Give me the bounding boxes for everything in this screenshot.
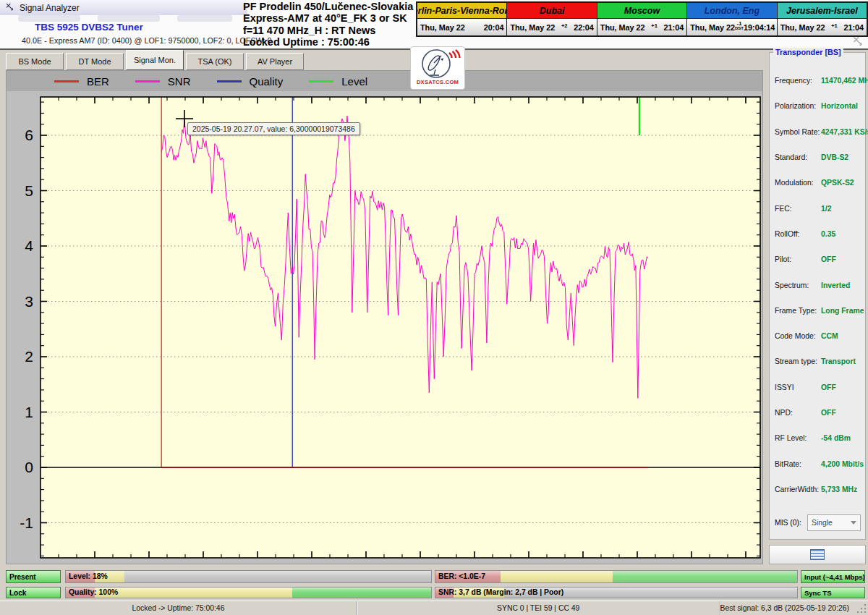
row-value: OFF	[821, 255, 836, 263]
signal-analyzer-window: Signal Analyzer TBS 5925 DVBS2 Tuner 40.…	[0, 0, 868, 615]
legend-snr-swatch	[135, 80, 160, 82]
row-value: 4,200 Mbit/s	[821, 460, 864, 468]
clock-date: Thu, May 22	[780, 23, 825, 32]
bar-label: Quality: 100%	[66, 588, 431, 598]
transponder-row-npd: NPD:OFF	[775, 400, 864, 425]
transponder-sidebar: Transponder [BS] Frequency:11470,462 MHz…	[769, 52, 866, 540]
save-button[interactable]	[769, 545, 866, 564]
clock-city-label: Berlin-Paris-Vienna-Roma	[417, 3, 506, 19]
status-badge-input-4-41-mbps: Input (~4,41 Mbps)	[801, 570, 865, 583]
row-value: DVB-S2	[821, 153, 848, 161]
transponder-row-frame-type: Frame Type:Long Frame	[775, 298, 864, 323]
row-value: Transport	[821, 357, 856, 365]
transponder-row-polarization: Polarization:Horizontal	[775, 93, 864, 119]
resize-grip[interactable]	[857, 604, 867, 614]
toolbar-ghost	[177, 15, 232, 22]
bar-label: SNR: 3,7 dB (Margin: 2,7 dB | Poor)	[435, 588, 797, 598]
y-tick-label: 1	[25, 404, 33, 420]
transponder-row-frequency: Frequency:11470,462 MHz	[775, 68, 864, 93]
row-label: CarrierWidth:	[775, 485, 821, 493]
transponder-row-modulation: Modulation:QPSK-S2	[775, 170, 864, 195]
y-tick-label: 5	[25, 182, 33, 199]
transponder-row-stream-type: Stream type:Transport	[775, 349, 864, 374]
clock-date: Thu, May 22	[420, 23, 465, 32]
transponder-row-code-mode: Code Mode:CCM	[775, 323, 864, 349]
clock-date: Thu, May 22	[510, 23, 555, 32]
satellite-dish-icon	[412, 47, 464, 80]
legend-label: Level	[341, 75, 367, 88]
row-label: Frequency:	[775, 77, 821, 85]
clock-date: Thu, May 22	[600, 23, 645, 32]
clock-city-label: London, Eng	[687, 3, 776, 19]
tab-tsa-ok[interactable]: TSA (OK)	[186, 53, 244, 70]
signal-monitor-panel: BERSNRQualityLevel -10123456 2025-05-19 …	[6, 70, 763, 564]
row-value: 0.35	[821, 230, 835, 238]
mis-row: MIS (0): Single	[775, 510, 861, 535]
row-value: 4247,331 KS/s	[821, 128, 868, 136]
row-label: Spectrum:	[775, 281, 821, 289]
row-value: 11470,462 MHz	[821, 77, 868, 85]
sidebar-title: Transponder [BS]	[773, 48, 843, 56]
transponder-row-spectrum: Spectrum:Inverted	[775, 272, 864, 297]
legend-level-swatch	[309, 80, 333, 82]
row-label: Modulation:	[775, 179, 821, 187]
logo-text: DXSATCS.COM	[417, 79, 459, 85]
row-label: RF Level:	[775, 434, 821, 442]
row-label: Code Mode:	[775, 332, 821, 340]
mis-label: MIS (0):	[775, 519, 801, 527]
mode-tabs: BS ModeDT ModeSignal Mon.TSA (OK)AV Play…	[6, 51, 304, 70]
y-tick-label: 3	[25, 293, 33, 310]
tab-bs-mode[interactable]: BS Mode	[6, 53, 64, 70]
transponder-row-issyi: ISSYIOFF	[775, 375, 864, 400]
signal-chart[interactable]: -10123456	[7, 91, 764, 565]
row-label: BitRate:	[775, 460, 821, 468]
y-tick-label: 0	[25, 459, 33, 475]
y-tick-label: 2	[25, 348, 33, 365]
row-label: FEC:	[775, 205, 821, 213]
legend-item-level: Level	[309, 75, 367, 88]
row-label: Symbol Rate:	[775, 128, 821, 136]
legend-item-quality: Quality	[217, 75, 284, 88]
transponder-row-carrierwidth: CarrierWidth:5,733 MHz	[775, 477, 864, 502]
transponder-row-pilot: Pilot:OFF	[775, 247, 864, 272]
clock-date: Thu, May 22	[690, 23, 735, 32]
clock-city-label: Jerusalem-Israel	[778, 3, 867, 19]
dxsatcs-logo: DXSATCS.COM	[410, 46, 465, 90]
clock-time-row: Thu, May 22+121:04	[778, 19, 867, 35]
tuner-details: 40.0E - Express AM7 (ID: 0400) @ LOF1: 9…	[22, 36, 272, 45]
row-value: 5,733 MHz	[821, 485, 857, 493]
y-tick-label: 4	[25, 237, 33, 254]
clock-time: 20:04	[484, 23, 504, 32]
mis-select[interactable]: Single	[807, 514, 861, 531]
status-badge-sync-ts: Sync TS	[801, 587, 865, 598]
transponder-row-standard: Standard:DVB-S2	[775, 145, 864, 170]
chevron-down-icon	[851, 521, 856, 525]
clock-moscow: MoscowThu, May 22+121:04	[597, 3, 686, 35]
world-clocks: Berlin-Paris-Vienna-RomaThu, May 2220:04…	[416, 1, 868, 37]
transponder-row-rolloff: RollOff:0.35	[775, 221, 864, 247]
transponder-row-symbol-rate: Symbol Rate:4247,331 KS/s	[775, 119, 864, 145]
tab-av-player[interactable]: AV Player	[246, 53, 304, 70]
transponder-rows: Frequency:11470,462 MHzPolarization:Hori…	[775, 68, 864, 502]
window-titlebar: Signal Analyzer	[0, 0, 247, 15]
row-label: Stream type:	[775, 357, 821, 365]
legend-label: BER	[87, 75, 109, 88]
row-label: Polarization:	[775, 102, 821, 110]
transponder-row-rf-level: RF Level:-54 dBm	[775, 425, 864, 451]
row-label: Standard:	[775, 153, 821, 161]
row-value: Long Frame	[821, 307, 864, 315]
clock-berlin-paris-vienna-roma: Berlin-Paris-Vienna-RomaThu, May 2220:04	[417, 3, 506, 35]
tab-signal-mon[interactable]: Signal Mon.	[126, 50, 184, 70]
clock-utc-offset: +2	[555, 24, 574, 28]
legend-item-snr: SNR	[135, 75, 191, 88]
bar-label: BER: <1.0E-7	[435, 571, 797, 582]
tab-dt-mode[interactable]: DT Mode	[66, 53, 124, 70]
y-tick-label: -1	[20, 514, 33, 531]
row-value: Horizontal	[821, 102, 858, 110]
bottom-statusbar: Locked -> Uptime: 75:00:46SYNC 0 | TEI 5…	[0, 601, 868, 615]
clock-utc-offset: +1	[825, 24, 843, 28]
clock-utc-offset: +1	[645, 24, 664, 28]
row-value: OFF	[821, 383, 836, 391]
mis-selected-value: Single	[812, 519, 833, 527]
y-tick-label: 6	[25, 127, 33, 143]
